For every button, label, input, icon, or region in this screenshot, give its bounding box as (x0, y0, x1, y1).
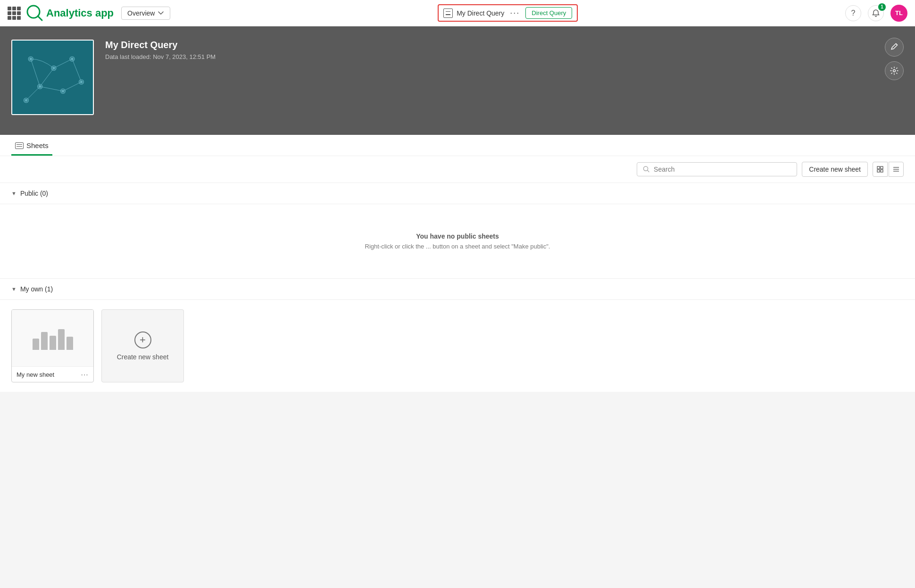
svg-rect-22 (881, 170, 883, 172)
public-chevron-icon: ▼ (11, 190, 17, 196)
sheets-tab-bar: Sheets (0, 135, 915, 156)
svg-point-11 (52, 67, 55, 70)
sheet-grid: My new sheet ··· + Create new sheet (0, 300, 915, 392)
list-view-button[interactable] (889, 162, 904, 177)
sheet-card[interactable]: My new sheet ··· (11, 309, 94, 382)
svg-rect-21 (877, 170, 880, 172)
public-empty-state: You have no public sheets Right-click or… (0, 204, 915, 278)
tab-sheet-icon (443, 8, 453, 18)
app-thumbnail (11, 40, 94, 115)
search-icon (643, 166, 650, 173)
search-input[interactable] (654, 166, 791, 173)
svg-point-12 (71, 58, 74, 60)
svg-rect-20 (881, 166, 883, 169)
qlik-logo: Analytics app (26, 5, 114, 22)
sheets-toolbar: Create new sheet (0, 156, 915, 182)
public-section-title: Public (0) (20, 190, 48, 197)
sheet-card-name: My new sheet (17, 371, 54, 378)
svg-point-14 (62, 90, 65, 92)
settings-button[interactable] (885, 61, 904, 80)
hero-title: My Direct Query (105, 40, 216, 50)
create-new-sheet-card[interactable]: + Create new sheet (101, 309, 184, 382)
hero-section: My Direct Query Data last loaded: Nov 7,… (0, 26, 915, 135)
grid-menu-icon[interactable] (8, 7, 21, 20)
active-tab-pill: My Direct Query ··· Direct Query (438, 4, 578, 22)
search-box (637, 162, 797, 176)
svg-point-16 (25, 99, 28, 102)
svg-point-15 (80, 81, 83, 83)
hero-actions (885, 38, 904, 80)
svg-point-10 (29, 58, 32, 60)
edit-button[interactable] (885, 38, 904, 57)
sheet-card-footer: My new sheet ··· (12, 366, 93, 382)
view-toggle (873, 162, 904, 177)
my-own-section-header[interactable]: ▼ My own (1) (0, 279, 915, 300)
active-tab-name: My Direct Query (457, 9, 504, 17)
sheet-card-thumbnail (12, 310, 93, 366)
hero-info: My Direct Query Data last loaded: Nov 7,… (105, 40, 216, 60)
public-section-header[interactable]: ▼ Public (0) (0, 183, 915, 204)
create-sheet-button[interactable]: Create new sheet (802, 162, 868, 177)
my-own-section: ▼ My own (1) My new sheet ··· (0, 278, 915, 392)
sheets-tab-icon (15, 142, 24, 149)
sheets-section: Sheets Create new sheet (0, 135, 915, 183)
empty-main-text: You have no public sheets (11, 232, 904, 240)
svg-rect-19 (877, 166, 880, 169)
sheets-tab[interactable]: Sheets (11, 135, 52, 156)
sheet-more-button[interactable]: ··· (81, 371, 89, 378)
create-new-sheet-label: Create new sheet (117, 353, 169, 361)
grid-view-button[interactable] (873, 162, 888, 177)
my-own-section-title: My own (1) (20, 285, 53, 293)
overview-dropdown[interactable]: Overview (121, 7, 170, 20)
my-own-chevron-icon: ▼ (11, 286, 17, 292)
svg-point-17 (893, 70, 896, 72)
hero-subtitle: Data last loaded: Nov 7, 2023, 12:51 PM (105, 53, 216, 60)
app-name: Analytics app (46, 7, 114, 19)
tab-more-button[interactable]: ··· (508, 8, 522, 18)
svg-rect-2 (12, 41, 93, 114)
help-button[interactable]: ? (845, 5, 861, 21)
top-nav: Analytics app Overview My Direct Query ·… (0, 0, 915, 26)
bar-chart-icon (33, 326, 73, 350)
direct-query-button[interactable]: Direct Query (525, 7, 572, 19)
content-area: ▼ Public (0) You have no public sheets R… (0, 183, 915, 392)
notification-badge: 1 (878, 3, 886, 11)
svg-point-13 (39, 85, 42, 88)
user-avatar[interactable]: TL (890, 5, 907, 22)
svg-line-1 (38, 16, 42, 20)
plus-icon: + (134, 331, 151, 348)
notification-button[interactable]: 1 (868, 5, 884, 21)
empty-sub-text: Right-click or click the ... button on a… (11, 243, 904, 250)
nav-right: ? 1 TL (845, 5, 907, 22)
